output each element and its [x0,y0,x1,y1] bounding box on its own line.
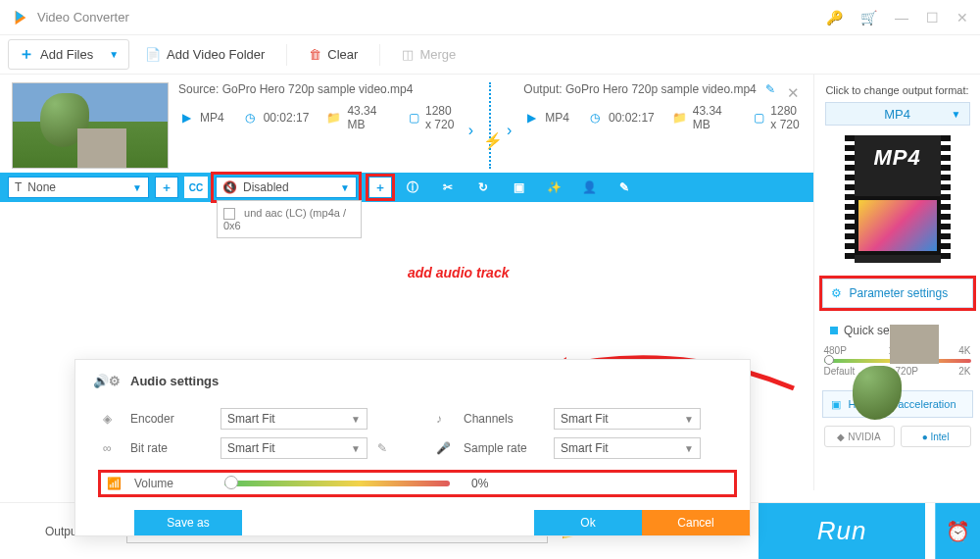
cut-tool-icon[interactable]: ✂ [433,177,463,198]
main-left-pane: Source: GoPro Hero 720p sample video.mp4… [0,75,813,490]
cancel-button[interactable]: Cancel [642,510,750,535]
bitrate-select[interactable]: Smart Fit▼ [220,437,368,459]
volume-icon: 📶 [107,477,124,490]
sample-rate-select[interactable]: Smart Fit▼ [554,437,701,459]
add-subtitle-button[interactable]: ＋ [155,177,178,198]
edit-icon[interactable]: ✎ [765,82,775,96]
conversion-divider: ⚡ [489,82,491,169]
audio-settings-title: Audio settings [130,374,219,388]
sample-rate-icon: 🎤 [436,441,454,455]
chevron-down-icon: ▼ [952,109,961,120]
minimize-icon[interactable]: — [895,10,908,25]
slider-thumb[interactable] [824,355,834,365]
rotate-tool-icon[interactable]: ↻ [468,177,498,198]
format-preview[interactable]: MP4 [845,135,951,263]
titlebar: Video Converter 🔑 🛒 — ☐ ✕ [0,0,980,35]
plus-icon: ＋ [19,44,34,65]
source-filename: Source: GoPro Hero 720p sample video.mp4 [178,82,457,96]
chevron-down-icon: ▼ [340,182,350,193]
source-meta: Source: GoPro Hero 720p sample video.mp4… [178,82,457,169]
subtitle-select[interactable]: T None ▼ [8,177,149,198]
output-resolution: 1280 x 720 [770,104,802,131]
app-title: Video Converter [37,10,129,25]
bitrate-icon: ∞ [103,441,121,455]
slider-thumb[interactable] [224,476,238,489]
bullet-icon [830,327,838,334]
sliders-icon: ⚙ [831,286,842,300]
crop-tool-icon[interactable]: ▣ [504,177,533,198]
format-preview-label: MP4 [845,145,951,171]
audio-track-dropdown: und aac (LC) (mp4a / 0x6 [217,200,362,238]
audio-track-option[interactable]: und aac (LC) (mp4a / 0x6 [223,207,346,231]
source-format: MP4 [200,111,224,125]
output-filename: Output: GoPro Hero 720p sample video.mp4… [523,82,802,96]
clock-icon: ◷ [587,110,603,126]
source-size: 43.34 MB [347,104,391,131]
remove-file-button[interactable]: ✕ [787,84,800,102]
scale-2k: 2K [958,366,970,377]
main-toolbar: ＋ Add Files ▼ 📄 Add Video Folder 🗑 Clear… [0,35,980,75]
nvidia-chip: ◆ NVIDIA [824,426,895,447]
maximize-icon[interactable]: ☐ [926,10,939,25]
clear-button[interactable]: 🗑 Clear [299,43,368,66]
chevron-down-icon: ▼ [132,182,142,193]
info-tool-icon[interactable]: ⓘ [398,177,427,198]
ok-button[interactable]: Ok [534,510,642,535]
run-button[interactable]: Run [759,503,925,560]
resolution-icon: ▢ [754,110,764,126]
film-image-icon [855,196,941,255]
audio-track-value: Disabled [243,180,289,194]
watermark-tool-icon[interactable]: 👤 [574,177,604,198]
cc-button[interactable]: CC [184,177,208,198]
effects-tool-icon[interactable]: ✨ [539,177,568,198]
add-video-folder-button[interactable]: 📄 Add Video Folder [135,43,274,66]
subtitle-icon: T [15,180,22,194]
add-folder-label: Add Video Folder [167,47,265,62]
file-row: Source: GoPro Hero 720p sample video.mp4… [0,75,813,173]
chevron-right-icon: › [507,122,512,169]
audio-settings-panel: 🔊⚙ Audio settings ◈ Encoder Smart Fit▼ ∞… [74,359,751,536]
close-icon[interactable]: ✕ [956,10,968,25]
channels-label: Channels [464,412,544,426]
add-files-button[interactable]: ＋ Add Files ▼ [8,39,129,70]
separator [286,44,287,66]
right-sidebar: Click to change output format: MP4 ▼ MP4… [813,75,980,490]
volume-label: Volume [134,477,215,490]
folder-icon: 📁 [326,110,341,126]
edit-bitrate-icon[interactable]: ✎ [377,441,387,455]
channels-select[interactable]: Smart Fit▼ [554,408,701,430]
intel-icon: ● [922,432,928,442]
key-icon[interactable]: 🔑 [826,10,843,25]
format-icon: ▶ [523,110,539,126]
output-format: MP4 [545,111,569,125]
parameter-settings-button[interactable]: ⚙ Parameter settings [822,279,973,308]
cart-icon[interactable]: 🛒 [860,10,877,25]
subtitle-value: None [27,180,56,194]
output-format-select[interactable]: MP4 ▼ [825,102,970,126]
trash-icon: 🗑 [309,47,321,62]
chevron-down-icon: ▼ [109,49,119,60]
encoder-select[interactable]: Smart Fit▼ [220,408,368,430]
save-as-button[interactable]: Save as [134,510,242,535]
subtitle-tool-icon[interactable]: ✎ [610,177,639,198]
speaker-gear-icon: 🔊⚙ [93,374,121,388]
format-icon: ▶ [178,110,194,126]
checkbox[interactable] [223,208,235,220]
annotation-add-audio: add audio track [408,265,509,280]
merge-button[interactable]: ◫ Merge [392,43,466,66]
output-format-value: MP4 [884,107,910,122]
quality-slider[interactable] [824,359,971,363]
video-thumbnail[interactable] [12,82,169,169]
nvidia-icon: ◆ [837,432,845,442]
volume-slider[interactable] [224,481,450,486]
add-audio-track-button[interactable]: ＋ [368,177,392,198]
folder-plus-icon: 📄 [145,47,161,62]
speaker-icon: 🔇 [222,180,237,194]
volume-value: 0% [471,477,488,490]
chevron-right-icon: › [468,122,473,169]
bitrate-label: Bit rate [130,441,211,455]
audio-track-select[interactable]: 🔇 Disabled ▼ und aac (LC) (mp4a / 0x6 [216,177,357,198]
scheduler-button[interactable]: ⏰ [935,503,980,560]
encoder-label: Encoder [130,412,211,426]
clock-icon: ◷ [242,110,258,126]
